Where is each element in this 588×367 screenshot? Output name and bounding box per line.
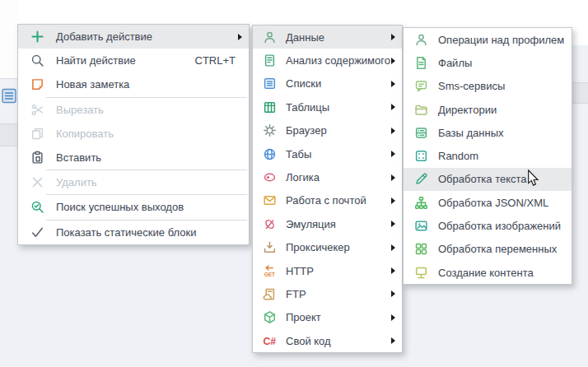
person-icon xyxy=(413,32,428,47)
menu2-item-4[interactable]: Таблицы xyxy=(253,95,402,118)
submenu-arrow-icon xyxy=(387,290,395,297)
search-success-icon xyxy=(30,200,44,215)
gear-icon xyxy=(262,123,277,138)
menu2-item-14[interactable]: C#Свой код xyxy=(253,329,402,352)
menu2-item-8[interactable]: Работа с почтой xyxy=(253,189,402,212)
person-icon xyxy=(262,30,277,44)
menu-item-label: HTTP xyxy=(286,265,314,277)
menu3-item-7[interactable]: Обработка текста xyxy=(404,168,572,191)
menu3-item-5[interactable]: Базы данных xyxy=(404,121,572,144)
menu-item-label: Данные xyxy=(286,31,324,44)
menu-item-label: Табы xyxy=(286,148,311,160)
menu3-item-1[interactable]: Операции над профилем xyxy=(404,28,572,51)
menu2-item-6[interactable]: Табы xyxy=(253,142,402,165)
menu1-item-4: Вырезать xyxy=(18,98,249,122)
content-monitor-icon xyxy=(413,265,428,280)
submenu-arrow-icon xyxy=(387,174,395,181)
menu1-item-8[interactable]: Поиск успешных выходов xyxy=(18,195,249,219)
folder-icon xyxy=(413,102,428,117)
menu-item-label: FTP xyxy=(286,288,306,300)
copy-icon xyxy=(30,126,44,141)
menu-item-label: Логика xyxy=(286,171,320,184)
ftp-file-icon xyxy=(262,286,277,301)
menu3-item-4[interactable]: Директории xyxy=(404,98,572,121)
submenu-arrow-icon xyxy=(387,34,395,40)
menu2-item-2[interactable]: Анализ содержимого xyxy=(253,49,402,72)
menu1-item-9[interactable]: Показать статические блоки xyxy=(18,221,249,244)
menu3-item-9[interactable]: Обработка изображений xyxy=(404,214,572,237)
menu-item-label: Операции над профилем xyxy=(438,34,564,46)
variables-grid-icon xyxy=(413,242,428,257)
menu2-item-7[interactable]: Логика xyxy=(253,165,402,188)
menu2-item-12[interactable]: FTP xyxy=(253,282,402,305)
menu-item-label: Анализ содержимого xyxy=(286,54,390,67)
menu-item-label: Добавить действие xyxy=(56,30,152,43)
menu-item-label: Вставить xyxy=(56,151,101,164)
file-icon xyxy=(413,55,428,70)
menu3-item-2[interactable]: Файлы xyxy=(404,51,572,74)
shortcut-label: CTRL+T xyxy=(195,54,242,67)
menu1-item-3[interactable]: Новая заметка xyxy=(18,72,249,96)
submenu-arrow-icon xyxy=(387,314,395,321)
menu-item-label: Создание контента xyxy=(438,267,534,279)
menu3-item-10[interactable]: Обработка переменных xyxy=(404,238,572,261)
menu3-item-3[interactable]: Sms-сервисы xyxy=(404,75,572,98)
menu3-item-6[interactable]: Random xyxy=(404,144,572,167)
menu-item-label: Директории xyxy=(438,104,497,116)
envelope-icon xyxy=(262,193,277,208)
menu-item-label: Проект xyxy=(286,311,321,323)
json-tree-icon xyxy=(413,195,428,210)
context-menu: Добавить действиеНайти действиеCTRL+TНов… xyxy=(17,24,250,245)
menu-item-label: Работа с почтой xyxy=(286,194,366,207)
menu-item-label: Таблицы xyxy=(286,101,329,114)
mouse-icon xyxy=(262,216,277,231)
menu-item-label: Найти действие xyxy=(56,54,136,67)
sms-bubble-icon xyxy=(413,79,428,94)
submenu-arrow-icon xyxy=(387,337,395,344)
menu-item-label: Файлы xyxy=(438,57,472,69)
menu1-item-6[interactable]: Вставить xyxy=(18,146,249,170)
cube-icon xyxy=(262,310,277,325)
submenu-arrow-icon xyxy=(234,34,242,40)
menu2-item-1[interactable]: Данные xyxy=(253,26,402,49)
menu-item-label: Списки xyxy=(286,77,321,90)
menu-item-label: Показать статические блоки xyxy=(56,226,196,239)
background-left-panel xyxy=(0,0,17,79)
database-icon xyxy=(413,125,428,140)
menu-item-label: Поиск успешных выходов xyxy=(56,201,184,213)
dice-icon xyxy=(413,149,428,164)
search-icon xyxy=(30,53,44,68)
menu-item-label: Браузер xyxy=(286,124,327,137)
svg-text:C#: C# xyxy=(263,336,276,347)
menu3-item-11[interactable]: Создание контента xyxy=(404,261,572,284)
submenu-arrow-icon xyxy=(387,151,395,157)
menu-item-label: Базы данных xyxy=(438,127,504,139)
menu-item-label: Обработка переменных xyxy=(438,243,557,255)
menu-item-label: Вырезать xyxy=(56,104,104,116)
http-get-icon: GET xyxy=(262,263,277,278)
notes-list-icon[interactable] xyxy=(2,88,16,104)
submenu-arrow-icon xyxy=(387,221,395,227)
menu-item-label: Копировать xyxy=(56,128,114,140)
submenu-arrow-icon xyxy=(387,267,395,274)
menu2-item-9[interactable]: Эмуляция xyxy=(253,212,402,235)
menu-item-label: Эмуляция xyxy=(286,218,336,230)
background-right-area xyxy=(572,0,588,45)
menu-item-label: Обработка текста xyxy=(438,173,527,185)
csharp-icon: C# xyxy=(262,333,277,348)
note-icon xyxy=(30,77,44,92)
menu1-item-1[interactable]: Добавить действие xyxy=(18,25,249,49)
menu2-item-5[interactable]: Браузер xyxy=(253,119,402,142)
menu2-item-11[interactable]: GETHTTP xyxy=(253,259,402,282)
submenu-arrow-icon xyxy=(387,104,395,110)
menu1-item-2[interactable]: Найти действиеCTRL+T xyxy=(18,49,249,72)
menu-item-label: Проксичекер xyxy=(286,241,350,253)
delete-icon xyxy=(30,175,44,190)
menu2-item-10[interactable]: Проксичекер xyxy=(253,236,402,259)
menu2-item-13[interactable]: Проект xyxy=(253,306,402,329)
menu2-item-3[interactable]: Списки xyxy=(253,72,402,95)
menu3-item-8[interactable]: Обработка JSON/XML xyxy=(404,191,572,214)
table-icon xyxy=(262,100,277,114)
menu-item-label: Удалить xyxy=(56,176,97,188)
menu1-item-5: Копировать xyxy=(18,122,249,146)
